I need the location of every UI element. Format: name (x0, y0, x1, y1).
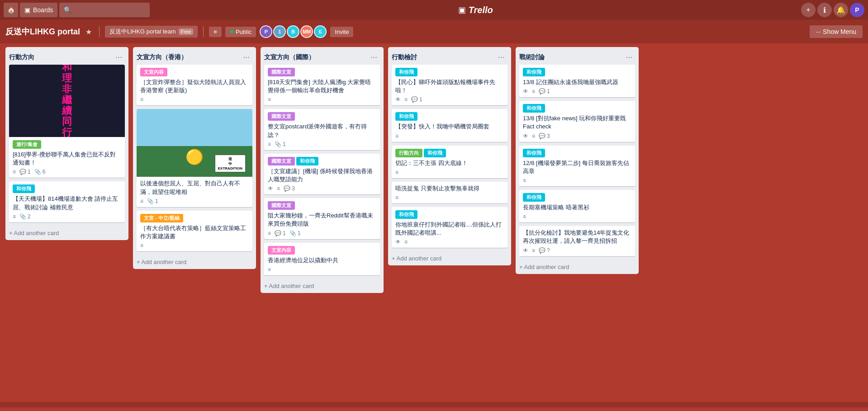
card-c18[interactable]: 和你飛12/8 [機場發夢第二步] 每日喬裝旅客先佔高章≡ (519, 146, 635, 186)
meta-count: 1 (547, 88, 550, 94)
card-c20[interactable]: 【抗分化檢討】我地要避免14年捉鬼文化再次摧毀社運，請入黎一齊見招拆招👁≡💬? (519, 226, 635, 256)
card-c16[interactable]: 和你飛13/8 記住團結永遠係我哋最強嘅武器👁≡💬1 (519, 65, 635, 97)
meta-icon: ≡ (404, 96, 408, 103)
add-card-button[interactable]: + Add another card (388, 251, 511, 265)
member-avatar-1[interactable]: 1 (273, 25, 286, 38)
member-avatar-mm[interactable]: MM (300, 25, 313, 38)
invite-button[interactable]: Invite (330, 27, 353, 37)
card-meta-item: 👁 (395, 239, 401, 245)
boards-icon: ▣ (24, 6, 30, 14)
card-meta-item: ≡ (13, 169, 16, 175)
card-cover-image: 前線英雄主宰 和理非繼續同行 8.16遊打花園!! (9, 65, 125, 137)
card-label: 和你飛 (523, 149, 545, 157)
card-meta-item: 💬1 (275, 230, 286, 236)
card-c4[interactable]: 🟡 送中EXTRADITION 以後邊個想屈人、互屈、對自己人有不滿，就望住呢堆… (137, 109, 252, 207)
home-icon: 🏠 (7, 6, 15, 14)
add-card-button[interactable]: + Add another card (5, 226, 128, 240)
horizontal-scrollbar[interactable] (0, 402, 868, 407)
card-meta-item: ≡ (395, 169, 398, 175)
card-title: 13/8 [對抗fake news] 玩和你飛好重要既Fact check (523, 114, 631, 131)
add-card-button[interactable]: + Add another card (516, 260, 639, 274)
card-c6[interactable]: 國際文宣[818天安門集會] 大陸人瘋湧ig 大家覺唔覺得係一個輸出革命既好機會… (264, 65, 380, 105)
card-meta-item: ≡ (13, 213, 16, 220)
column-title: 文宣方向（國際） (264, 53, 315, 61)
card-label: 和你飛 (523, 68, 545, 76)
card-c1[interactable]: 前線英雄主宰 和理非繼續同行 8.16遊打花園!! 遊行/集會[816]學界-攪… (9, 65, 125, 178)
meta-icon: 📎 (34, 169, 41, 175)
card-meta-item: ≡ (140, 198, 143, 204)
card-c19[interactable]: 和你飛長期塞機場策略 唔著黑衫≡ (519, 190, 635, 222)
column-menu-button[interactable]: ··· (495, 52, 508, 63)
member-avatar-p[interactable]: P (260, 25, 272, 38)
visibility-button[interactable]: Public (225, 27, 256, 37)
info-button[interactable]: ℹ (817, 3, 832, 17)
card-c11[interactable]: 和你飛【民心】睇吓外媒頭版點報機場事件先啦！👁≡💬1 (392, 65, 508, 105)
add-card-button[interactable]: + Add another card (261, 279, 384, 293)
card-title: 整文宣postcard派俾外國遊客，有冇得諗？ (268, 123, 376, 139)
meta-icon: ≡ (140, 198, 143, 204)
column-cards-container: 國際文宣[818天安門集會] 大陸人瘋湧ig 大家覺唔覺得係一個輸出革命既好機會… (261, 65, 384, 279)
add-button[interactable]: + (801, 3, 816, 17)
card-label: 和你飛 (523, 193, 545, 202)
card-c7[interactable]: 國際文宣整文宣postcard派俾外國遊客，有冇得諗？≡📎1 (264, 109, 380, 150)
card-c12[interactable]: 和你飛【突發】快入！我哋中晒機管局圈套≡ (392, 109, 508, 142)
meta-icon: ≡ (13, 213, 16, 220)
card-c2[interactable]: 和你飛【天天機場】814機場道歉大會 請停止互屈、戰術討論 補救民意≡📎2 (9, 181, 125, 222)
home-button[interactable]: 🏠 (4, 3, 18, 17)
card-title: ［文宣建議］[機場] 係時候發揮我地香港人嘅雙語能力 (268, 167, 376, 184)
nav-right-actions: + ℹ 🔔 P (801, 3, 864, 17)
card-meta-item: 📎6 (34, 169, 46, 175)
card-c9[interactable]: 國際文宣阻大家幾秒鐘，一齊去Reddit幫香港嘅未來買份免費頭版≡💬1📎1 (264, 198, 380, 239)
card-labels: 遊行/集會 (13, 140, 121, 151)
column-menu-button[interactable]: ··· (113, 52, 125, 63)
card-label: 行動方向 (395, 149, 422, 157)
card-footer: ≡📎1 (140, 198, 249, 204)
notifications-button[interactable]: 🔔 (834, 3, 848, 17)
boards-button[interactable]: ▣ Boards (20, 3, 57, 17)
card-title: 【突發】快入！我哋中晒機管局圈套 (395, 123, 504, 131)
card-labels: 和你飛 (395, 112, 504, 123)
user-avatar[interactable]: P (850, 3, 864, 17)
card-c13[interactable]: 行動方向和你飛切記：三不主張 四大底線！≡ (392, 146, 508, 178)
column-menu-button[interactable]: ··· (240, 52, 252, 63)
card-title: 13/8 記住團結永遠係我哋最強嘅武器 (523, 78, 631, 86)
card-labels: 國際文宣 (268, 201, 376, 212)
menu-icon-button[interactable]: ≡ (209, 27, 222, 37)
meta-icon: ≡ (277, 185, 280, 192)
column-menu-button[interactable]: ··· (368, 52, 380, 63)
meta-icon: ≡ (395, 194, 398, 201)
card-labels: 文宣內容 (268, 246, 376, 256)
card-c8[interactable]: 國際文宣和你飛［文宣建議］[機場] 係時候發揮我地香港人嘅雙語能力👁≡💬3 (264, 154, 380, 194)
member-avatar-e[interactable]: E (314, 25, 327, 38)
meta-icon: ≡ (404, 239, 408, 245)
card-footer: 👁≡💬? (523, 247, 631, 254)
card-label: 和你飛 (395, 210, 417, 219)
show-menu-button[interactable]: ··· Show Menu (810, 25, 863, 38)
column-menu-button[interactable]: ··· (623, 52, 635, 63)
card-labels: 文宣 - 中立/藍絲 (140, 213, 249, 224)
card-c14[interactable]: 唔洗捉鬼 只要制止攻擊無辜就得≡ (392, 182, 508, 203)
card-c15[interactable]: 和你飛你地班衰仔打到外國記者啦....但係比人打既外國記者咁講...👁≡ (392, 207, 508, 248)
card-footer: ≡ (268, 266, 376, 273)
card-title: 香港經濟地位足以撬動中共 (268, 256, 376, 265)
card-title: 【抗分化檢討】我地要避免14年捉鬼文化再次摧毀社運，請入黎一齊見招拆招 (523, 229, 631, 245)
card-labels: 和你飛 (523, 148, 631, 159)
card-cover-image: 🟡 送中EXTRADITION (137, 109, 252, 177)
card-c10[interactable]: 文宣內容香港經濟地位足以撬動中共≡ (264, 243, 380, 275)
member-avatar-b[interactable]: B (287, 25, 299, 38)
meta-icon: 💬 (539, 247, 545, 254)
nav-center: ▣ Trello (152, 5, 799, 15)
card-c3[interactable]: 文宣內容［文宣炸彈整合］疑似大陸執法人員混入香港警察 (更新版)≡ (137, 65, 252, 105)
card-footer: ≡ (523, 213, 631, 220)
visibility-dot-icon (230, 30, 233, 33)
card-c5[interactable]: 文宣 - 中立/藍絲［有大台唔代表冇策略］藍絲文宣策略工作方案建議書≡ (137, 211, 252, 251)
star-button[interactable]: ★ (84, 26, 94, 38)
add-card-button[interactable]: + Add another card (133, 255, 256, 269)
search-bar[interactable]: 🔍 (59, 3, 150, 17)
meta-icon: 💬 (411, 96, 418, 103)
card-label: 和你飛 (296, 157, 318, 165)
card-labels: 和你飛 (523, 67, 631, 78)
card-c17[interactable]: 和你飛13/8 [對抗fake news] 玩和你飛好重要既Fact check… (519, 101, 635, 142)
card-footer: ≡ (523, 177, 631, 184)
team-button[interactable]: 反送中LIHKG portal team Free (105, 26, 198, 38)
